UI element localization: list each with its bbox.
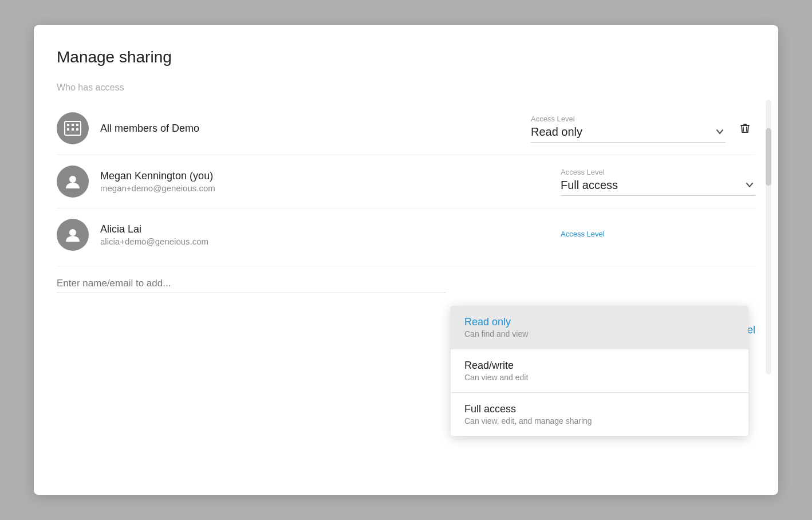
person-icon-alicia xyxy=(64,226,82,244)
access-control-all-members: Access Level Read only xyxy=(531,115,726,143)
svg-point-8 xyxy=(69,229,76,236)
access-dropdown-megan[interactable]: Full access xyxy=(561,179,755,196)
member-row-megan: Megan Kennington (you) megan+demo@geneio… xyxy=(57,155,755,208)
scrollbar-thumb[interactable] xyxy=(766,128,771,186)
person-icon-megan xyxy=(64,172,82,191)
manage-sharing-dialog: Manage sharing Who has access xyxy=(34,25,778,495)
delete-all-members-button[interactable] xyxy=(735,118,755,139)
member-row-all-members: All members of Demo Access Level Read on… xyxy=(57,102,755,155)
access-dropdown-all-members[interactable]: Read only xyxy=(531,125,726,143)
member-controls-alicia: Access Level xyxy=(561,230,755,241)
dropdown-item-full-access[interactable]: Full access Can view, edit, and manage s… xyxy=(451,393,748,436)
member-controls-all-members: Access Level Read only xyxy=(531,115,755,143)
members-list: All members of Demo Access Level Read on… xyxy=(57,102,755,261)
access-control-alicia: Access Level xyxy=(561,230,755,241)
svg-rect-6 xyxy=(76,128,78,131)
member-info-all-members: All members of Demo xyxy=(57,112,199,144)
member-details-megan: Megan Kennington (you) megan+demo@geneio… xyxy=(100,170,215,193)
member-info-alicia: Alicia Lai alicia+demo@geneious.com xyxy=(57,219,208,251)
svg-point-7 xyxy=(69,176,76,183)
add-member-row xyxy=(57,266,755,307)
chevron-down-icon xyxy=(714,126,726,137)
dropdown-item-read-write[interactable]: Read/write Can view and edit xyxy=(451,349,748,392)
svg-rect-4 xyxy=(67,128,69,131)
svg-rect-3 xyxy=(76,124,78,126)
building-icon xyxy=(64,119,82,137)
add-member-input[interactable] xyxy=(57,278,446,293)
access-level-dropdown-overlay: Read only Can find and view Read/write C… xyxy=(451,306,748,436)
svg-rect-2 xyxy=(72,124,74,126)
member-details-alicia: Alicia Lai alicia+demo@geneious.com xyxy=(100,223,208,246)
avatar-all-members xyxy=(57,112,89,144)
svg-rect-1 xyxy=(67,124,69,126)
dropdown-item-read-only[interactable]: Read only Can find and view xyxy=(451,306,748,349)
avatar-megan xyxy=(57,166,89,198)
chevron-down-icon-megan xyxy=(744,179,755,191)
member-info-megan: Megan Kennington (you) megan+demo@geneio… xyxy=(57,166,215,198)
member-row-alicia: Alicia Lai alicia+demo@geneious.com Acce… xyxy=(57,208,755,261)
dialog-title: Manage sharing xyxy=(57,48,755,66)
member-controls-megan: Access Level Full access xyxy=(561,168,755,196)
section-label: Who has access xyxy=(57,82,755,93)
member-name-all-members: All members of Demo xyxy=(100,123,199,135)
avatar-alicia xyxy=(57,219,89,251)
scrollbar[interactable] xyxy=(766,100,771,375)
access-control-megan: Access Level Full access xyxy=(561,168,755,196)
svg-rect-5 xyxy=(72,128,74,131)
